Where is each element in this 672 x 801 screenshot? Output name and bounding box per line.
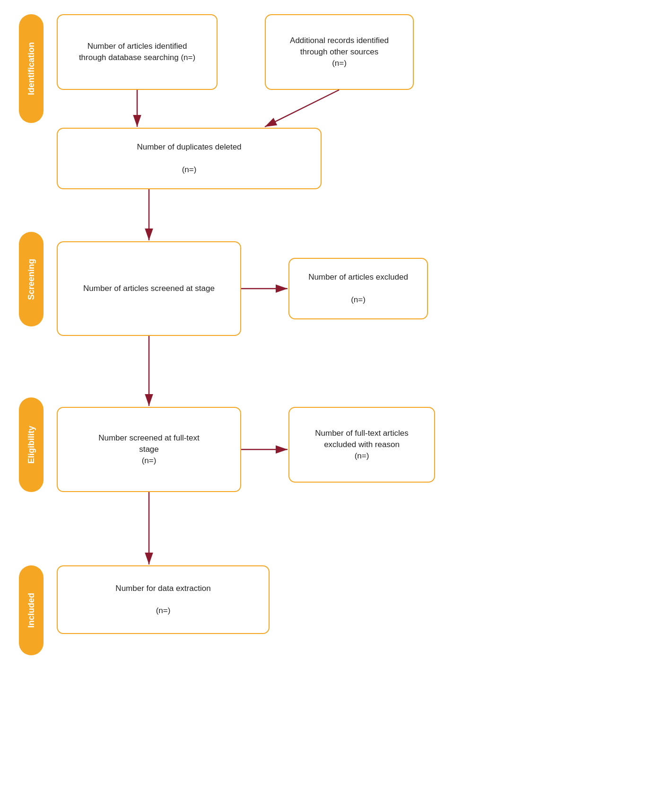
- box-full-text: Number screened at full-text stage (n=): [57, 407, 241, 492]
- stage-included: Included: [19, 565, 44, 655]
- prisma-diagram: Identification Screening Eligibility Inc…: [0, 0, 672, 801]
- stage-identification: Identification: [19, 14, 44, 123]
- stage-screening: Screening: [19, 232, 44, 326]
- box-screened: Number of articles screened at stage: [57, 241, 241, 336]
- box-db-search: Number of articles identified through da…: [57, 14, 218, 90]
- box-data-extraction: Number for data extraction (n=): [57, 565, 270, 634]
- box-articles-excluded: Number of articles excluded (n=): [288, 258, 428, 319]
- arrows-overlay: [0, 0, 672, 801]
- box-full-text-excluded: Number of full-text articles excluded wi…: [288, 407, 435, 483]
- stage-eligibility: Eligibility: [19, 397, 44, 492]
- box-other-sources: Additional records identified through ot…: [265, 14, 414, 90]
- svg-line-2: [265, 90, 339, 127]
- box-duplicates: Number of duplicates deleted (n=): [57, 128, 322, 189]
